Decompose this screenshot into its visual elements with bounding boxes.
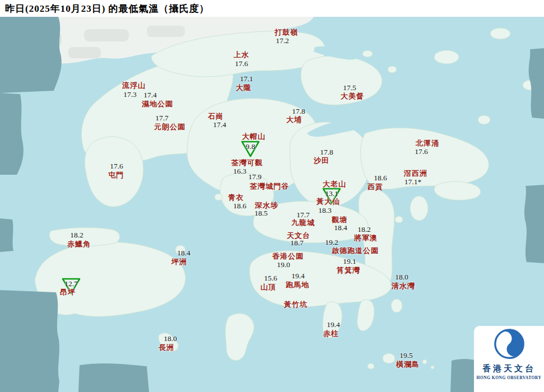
station-value: 17.6	[110, 162, 123, 170]
station-value: 19.4	[327, 321, 340, 329]
station-value: 18.2	[357, 226, 371, 234]
station-name: 打鼓嶺	[275, 29, 298, 36]
station-value: 19.1	[343, 258, 356, 265]
station-name: 坪洲	[171, 258, 187, 265]
station-value: 17.1	[240, 75, 253, 83]
station-name: 天文台	[287, 232, 310, 239]
station-name: 大隴	[236, 84, 252, 91]
station-name: 西貢	[368, 183, 383, 190]
station-name: 香港公園	[272, 253, 304, 260]
station-value: 17.1*	[404, 178, 421, 186]
station-value: 19.2	[325, 239, 338, 246]
station-value: 17.9	[248, 173, 262, 181]
station-value: 17.2	[276, 37, 289, 45]
station-name: 屯門	[108, 171, 124, 179]
station-name: 黃竹坑	[284, 301, 308, 308]
station-name: 黃大仙	[317, 198, 340, 205]
station-value: 18.5	[254, 209, 268, 217]
logo-name-en: HONG KONG OBSERVATORY	[477, 375, 542, 380]
station-value: 9.8	[246, 143, 255, 151]
station-value: 15.6	[264, 274, 277, 282]
station-value: 17.7	[155, 114, 169, 122]
stations-layer: 17.2打鼓嶺17.6上水17.3流浮山17.1大隴17.4濕地公園17.5大美…	[0, 0, 544, 392]
station-value: 18.7	[290, 239, 304, 247]
station-name: 北潭涌	[416, 139, 439, 147]
station-name: 昂坪	[60, 288, 76, 296]
station-name: 大老山	[323, 180, 346, 188]
station-name: 九龍城	[291, 219, 315, 226]
station-name: 青衣	[228, 194, 244, 201]
station-name: 大帽山	[242, 133, 266, 140]
station-value: 18.0	[164, 335, 177, 343]
station-value: 19.4	[291, 272, 305, 280]
station-value: 17.8	[320, 148, 333, 156]
station-name: 流浮山	[122, 82, 146, 89]
station-name: 橫瀾島	[396, 361, 420, 368]
station-name: 上水	[234, 51, 249, 58]
station-name: 大美督	[341, 92, 364, 100]
station-name: 沙田	[314, 157, 329, 164]
station-value: 18.6	[374, 174, 387, 182]
station-name: 濕地公園	[142, 100, 173, 108]
station-name: 將軍澳	[354, 234, 378, 241]
station-value: 17.4	[143, 91, 157, 99]
station-name: 石崗	[208, 113, 224, 120]
observatory-logo-icon	[492, 328, 527, 362]
station-value: 18.4	[334, 224, 347, 232]
station-value: 17.6	[235, 60, 248, 68]
station-value: 19.0	[277, 261, 290, 269]
station-name: 赤柱	[323, 330, 339, 337]
logo-name-zh: 香港天文台	[482, 363, 536, 374]
station-name: 大埔	[286, 116, 302, 123]
station-name: 觀塘	[332, 216, 347, 223]
station-name: 清水灣	[392, 282, 415, 290]
station-name: 筲箕灣	[337, 267, 360, 274]
station-name: 山頂	[261, 283, 276, 291]
station-value: 18.4	[177, 249, 190, 257]
station-value: 17.5	[343, 84, 356, 92]
station-value: 18.2	[70, 231, 83, 239]
station-name: 滘西洲	[404, 170, 427, 177]
station-name: 赤鱲角	[67, 240, 91, 248]
station-name: 荃灣城門谷	[250, 183, 289, 190]
station-value: 18.0	[395, 273, 408, 281]
hko-min-temperature-map: 昨日(2025年10月23日) 的最低氣溫（攝氏度） 17.2打鼓嶺17.6上水…	[0, 0, 544, 392]
station-value: 16.3	[233, 167, 247, 175]
station-name: 深水埗	[255, 202, 278, 209]
station-value: 17.3	[123, 91, 137, 99]
station-value: 18.6	[233, 202, 247, 210]
station-name: 長洲	[159, 344, 174, 351]
observatory-logo: 香港天文台 HONG KONG OBSERVATORY	[474, 326, 544, 392]
station-value: 17.8	[292, 108, 305, 115]
station-name: 啟德跑道公園	[332, 247, 379, 254]
station-value: 18.3	[318, 207, 332, 214]
station-value: 17.6	[415, 148, 428, 156]
station-name: 荃灣可觀	[231, 159, 263, 166]
station-value: 12.7	[64, 280, 78, 288]
station-name: 元朗公園	[154, 123, 185, 130]
station-name: 跑馬地	[286, 281, 309, 288]
station-value: 19.5	[399, 352, 413, 360]
station-value: 17.4	[213, 121, 226, 129]
